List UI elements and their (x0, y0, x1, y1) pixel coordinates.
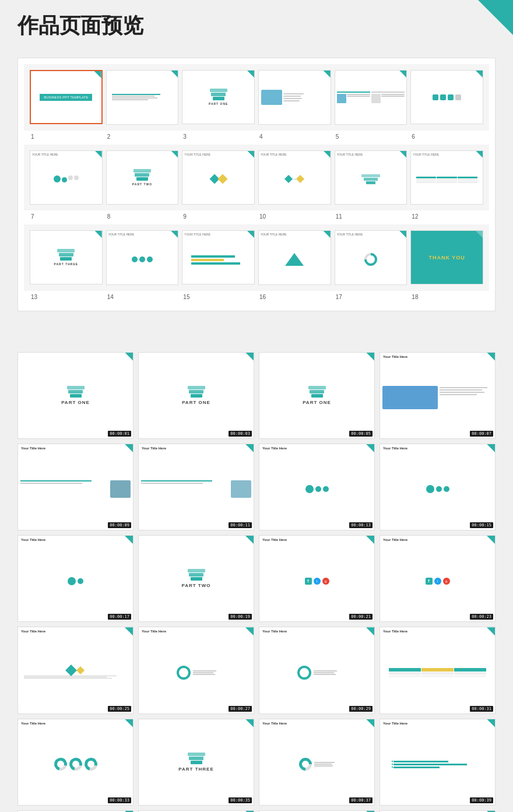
slide-thumb-16[interactable]: YOUR TITLE HERE (258, 230, 331, 285)
thumbnail-grid-row2: YOUR TITLE HERE (24, 145, 489, 211)
timecode-4: 00:00:07 (470, 431, 493, 437)
timecode-14: 00:00:27 (229, 706, 252, 712)
timecode-10: 00:00:19 (229, 614, 252, 620)
slide-thumb-13[interactable]: PART THREE (30, 230, 103, 284)
video-thumb-8[interactable]: Your Title Here 00:00:15 (380, 444, 496, 530)
section-divider (0, 329, 513, 346)
slide-numbers-row2: 7 8 9 10 11 12 (24, 213, 489, 224)
video-thumb-4[interactable]: Your Title Here 00:00:07 (380, 352, 496, 439)
video-thumb-7[interactable]: Your Title Here 00:00:13 (259, 444, 375, 530)
slide-thumb-18[interactable]: THANK YOU (410, 230, 483, 284)
thumbnail-grid-row1: BUSINESS PPT TEMPLATE (24, 64, 489, 131)
timecode-16: 00:00:31 (470, 706, 493, 712)
timecode-8: 00:00:15 (470, 522, 493, 528)
timecode-11: 00:00:21 (349, 614, 373, 620)
thumbnail-grid-row3: PART THREE YOUR TITLE HERE (24, 224, 489, 291)
timecode-17: 00:00:33 (108, 797, 131, 803)
slide-thumb-10[interactable]: YOUR TITLE HERE → (258, 150, 331, 205)
slide-thumb-14[interactable]: YOUR TITLE HERE (106, 230, 179, 285)
video-thumb-9[interactable]: Your Title Here 00:00:17 (17, 535, 133, 622)
video-thumb-13[interactable]: Your Title Here 00:00:25 (17, 627, 133, 713)
slide-thumb-8[interactable]: PART TWO (106, 150, 179, 205)
timecode-20: 00:00:39 (470, 797, 493, 803)
page-title: 作品页面预览 (0, 0, 513, 46)
slide-thumb-1[interactable]: BUSINESS PPT TEMPLATE (30, 70, 103, 124)
slide-thumb-7[interactable]: YOUR TITLE HERE (30, 150, 103, 205)
video-thumb-5[interactable]: Your Title Here 00:00:09 (17, 444, 133, 530)
video-thumb-3[interactable]: PART ONE 00:00:05 (259, 352, 375, 439)
timecode-3: 00:00:05 (349, 431, 373, 437)
slide-thumb-9[interactable]: YOUR TITLE HERE (182, 150, 255, 205)
video-thumb-19[interactable]: Your Title Here 00:00:37 (259, 719, 375, 806)
slide-thumb-4[interactable] (258, 70, 331, 125)
video-thumbnails-section: PART ONE 00:00:01 PART ONE 00:00:03 (0, 346, 513, 813)
timecode-1: 00:00:01 (108, 431, 131, 437)
timecode-9: 00:00:17 (108, 614, 131, 620)
timecode-6: 00:00:11 (229, 522, 252, 528)
video-thumb-14[interactable]: Your Title Here 00:00:27 (138, 627, 254, 713)
timecode-7: 00:00:13 (349, 522, 373, 528)
slide-thumb-12[interactable]: YOUR TITLE HERE (410, 150, 483, 205)
video-thumb-10[interactable]: PART TWO 00:00:19 (138, 535, 254, 622)
slide-thumb-6[interactable] (410, 70, 483, 124)
timecode-19: 00:00:37 (349, 797, 373, 803)
timecode-2: 00:00:03 (229, 431, 252, 437)
video-thumb-12[interactable]: Your Title Here f t g 00:00:23 (380, 535, 496, 622)
video-thumb-16[interactable]: Your Title Here 00:00:31 (380, 627, 496, 713)
slide-thumb-3[interactable]: PART ONE (182, 70, 255, 124)
timecode-12: 00:00:23 (470, 614, 493, 620)
slide-thumb-15[interactable]: YOUR TITLE HERE (182, 230, 255, 284)
video-thumb-2[interactable]: PART ONE 00:00:03 (138, 352, 254, 439)
video-thumb-20[interactable]: Your Title Here (380, 719, 496, 806)
slide-thumb-5[interactable] (335, 70, 407, 125)
video-thumb-15[interactable]: Your Title Here 00:00:29 (259, 627, 375, 713)
slide-numbers-row3: 13 14 15 16 17 18 (24, 293, 489, 305)
timecode-13: 00:00:25 (108, 706, 131, 712)
slide-thumbnails-section: BUSINESS PPT TEMPLATE (0, 46, 513, 329)
video-thumb-6[interactable]: Your Title Here 00:00:11 (138, 444, 254, 530)
timecode-15: 00:00:29 (349, 706, 373, 712)
video-thumb-1[interactable]: PART ONE 00:00:01 (17, 352, 133, 439)
timecode-5: 00:00:09 (108, 522, 131, 528)
video-thumb-11[interactable]: Your Title Here f t g 00:00:21 (259, 535, 375, 622)
video-grid: PART ONE 00:00:01 PART ONE 00:00:03 (17, 352, 496, 813)
video-thumb-17[interactable]: Your Title Here 00:00:33 (17, 719, 133, 806)
slide-numbers-row1: 1 2 3 4 5 6 (24, 133, 489, 145)
video-thumb-18[interactable]: PART THREE 00:00:35 (138, 719, 254, 806)
timecode-18: 00:00:35 (229, 797, 252, 803)
slide-thumb-11[interactable]: YOUR TITLE HERE (335, 150, 407, 205)
slide-thumb-2[interactable] (106, 70, 179, 125)
slide-thumb-17[interactable]: YOUR TITLE HERE (335, 230, 407, 285)
